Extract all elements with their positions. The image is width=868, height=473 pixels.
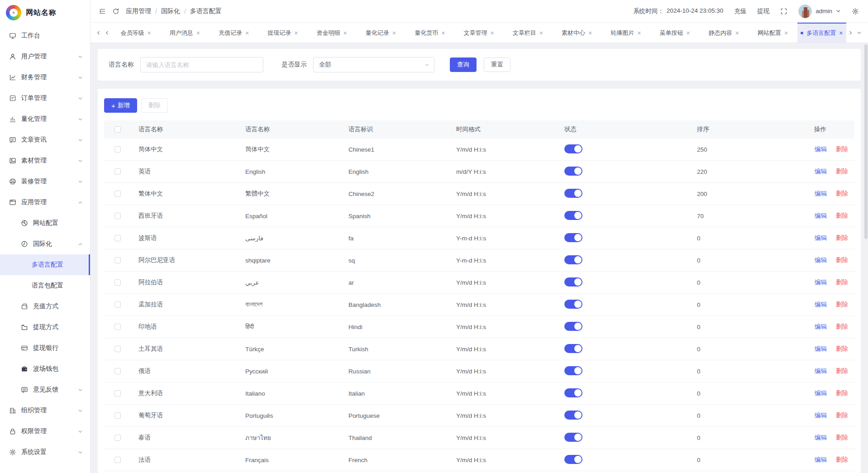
edit-link[interactable]: 编辑: [815, 212, 827, 220]
edit-link[interactable]: 编辑: [815, 323, 827, 331]
status-toggle[interactable]: [564, 366, 582, 375]
status-toggle[interactable]: [564, 455, 582, 464]
delete-link[interactable]: 删除: [836, 145, 848, 153]
recharge-link[interactable]: 充值: [734, 7, 746, 15]
delete-link[interactable]: 删除: [836, 301, 848, 309]
sidebar-item-material-management[interactable]: 素材管理: [0, 150, 90, 171]
edit-link[interactable]: 编辑: [815, 434, 827, 442]
tabs-scroll-left2-icon[interactable]: [103, 23, 111, 43]
collapse-sidebar-icon[interactable]: [99, 8, 106, 15]
close-icon[interactable]: ×: [539, 30, 543, 36]
close-icon[interactable]: ×: [686, 30, 690, 36]
settings-icon[interactable]: [852, 8, 859, 15]
status-toggle[interactable]: [564, 211, 582, 220]
row-checkbox[interactable]: [114, 301, 121, 308]
sidebar-item-i18n[interactable]: 国际化: [0, 234, 90, 254]
tab-carousel-images[interactable]: 轮播图片×: [601, 23, 650, 43]
tabs-scroll-right-icon[interactable]: [846, 23, 855, 43]
edit-link[interactable]: 编辑: [815, 145, 827, 153]
user-menu[interactable]: admin: [798, 5, 841, 18]
tab-static-content[interactable]: 静态内容×: [699, 23, 748, 43]
status-toggle[interactable]: [564, 388, 582, 397]
close-icon[interactable]: ×: [441, 30, 445, 36]
tab-site-config[interactable]: 网站配置×: [748, 23, 797, 43]
edit-link[interactable]: 编辑: [815, 256, 827, 264]
sidebar-item-tron-wallet[interactable]: 波场钱包: [0, 358, 90, 379]
tab-recharge-records[interactable]: 充值记录×: [210, 23, 258, 43]
row-checkbox[interactable]: [114, 213, 121, 219]
row-checkbox[interactable]: [114, 235, 121, 241]
delete-link[interactable]: 删除: [836, 367, 848, 375]
status-toggle[interactable]: [564, 344, 582, 353]
sidebar-item-order-management[interactable]: 订单管理: [0, 88, 90, 109]
row-checkbox[interactable]: [114, 457, 121, 463]
row-checkbox[interactable]: [114, 191, 121, 197]
row-checkbox[interactable]: [114, 368, 121, 374]
status-toggle[interactable]: [564, 411, 582, 420]
reset-button[interactable]: 重置: [484, 57, 510, 72]
language-name-input[interactable]: [140, 57, 263, 72]
tab-quant-currency[interactable]: 量化货币×: [405, 23, 454, 43]
tab-member-level[interactable]: 会员等级×: [111, 23, 160, 43]
scrollbar[interactable]: [863, 43, 868, 473]
withdraw-link[interactable]: 提现: [757, 7, 769, 15]
sidebar-item-system-settings[interactable]: 系统设置: [0, 442, 90, 463]
fullscreen-icon[interactable]: [780, 8, 787, 15]
row-checkbox[interactable]: [114, 279, 121, 286]
close-icon[interactable]: ×: [588, 30, 592, 36]
breadcrumb-item[interactable]: 应用管理: [126, 7, 151, 15]
close-icon[interactable]: ×: [839, 30, 843, 36]
sidebar-item-article-news[interactable]: 文章资讯: [0, 129, 90, 150]
edit-link[interactable]: 编辑: [815, 278, 827, 287]
sidebar-item-multilang-config[interactable]: 多语言配置: [0, 254, 90, 275]
add-button[interactable]: + 新增: [104, 98, 137, 113]
refresh-icon[interactable]: [112, 8, 119, 15]
delete-link[interactable]: 删除: [836, 345, 848, 353]
sidebar-item-withdraw-method[interactable]: 提现方式: [0, 317, 90, 338]
sidebar-item-feedback[interactable]: 意见反馈: [0, 379, 90, 400]
status-toggle[interactable]: [564, 167, 582, 176]
breadcrumb-item[interactable]: 多语言配置: [190, 7, 222, 15]
close-icon[interactable]: ×: [343, 30, 347, 36]
status-toggle[interactable]: [564, 144, 582, 153]
delete-link[interactable]: 删除: [836, 411, 848, 420]
delete-link[interactable]: 删除: [836, 256, 848, 264]
tab-article-management[interactable]: 文章管理×: [454, 23, 503, 43]
sidebar-item-org-management[interactable]: 组织管理: [0, 400, 90, 421]
sidebar-item-recharge-method[interactable]: 充值方式: [0, 296, 90, 317]
delete-link[interactable]: 删除: [836, 323, 848, 331]
row-checkbox[interactable]: [114, 324, 121, 330]
tab-quant-records[interactable]: 量化记录×: [356, 23, 405, 43]
tab-fund-details[interactable]: 资金明细×: [307, 23, 356, 43]
breadcrumb-item[interactable]: 国际化: [161, 7, 180, 15]
show-select[interactable]: 全部: [313, 57, 434, 72]
row-checkbox[interactable]: [114, 346, 121, 352]
close-icon[interactable]: ×: [784, 30, 788, 36]
tab-withdraw-records[interactable]: 提现记录×: [258, 23, 307, 43]
close-icon[interactable]: ×: [637, 30, 641, 36]
status-toggle[interactable]: [564, 233, 582, 242]
status-toggle[interactable]: [564, 433, 582, 442]
select-all-checkbox[interactable]: [114, 126, 121, 133]
edit-link[interactable]: 编辑: [815, 167, 827, 176]
row-checkbox[interactable]: [114, 257, 121, 263]
tab-article-category[interactable]: 文章栏目×: [503, 23, 552, 43]
delete-link[interactable]: 删除: [836, 212, 848, 220]
status-toggle[interactable]: [564, 277, 582, 287]
close-icon[interactable]: ×: [148, 30, 151, 36]
delete-link[interactable]: 删除: [836, 434, 848, 442]
edit-link[interactable]: 编辑: [815, 367, 827, 375]
sidebar-item-user-management[interactable]: 用户管理: [0, 46, 90, 67]
status-toggle[interactable]: [564, 322, 582, 331]
edit-link[interactable]: 编辑: [815, 411, 827, 420]
sidebar-item-workbench[interactable]: 工作台: [0, 25, 90, 46]
tab-user-message[interactable]: 用户消息×: [160, 23, 209, 43]
row-checkbox[interactable]: [114, 146, 121, 153]
close-icon[interactable]: ×: [196, 30, 200, 36]
sidebar-item-langpack-config[interactable]: 语言包配置: [0, 275, 90, 296]
close-icon[interactable]: ×: [735, 30, 739, 36]
delete-link[interactable]: 删除: [836, 190, 848, 198]
close-icon[interactable]: ×: [392, 30, 396, 36]
delete-link[interactable]: 删除: [836, 456, 848, 464]
delete-link[interactable]: 删除: [836, 167, 848, 176]
